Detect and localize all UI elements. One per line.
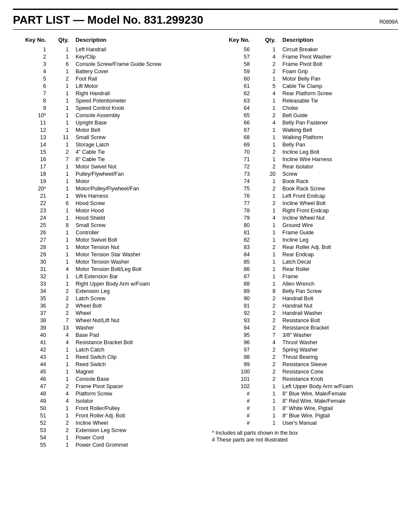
- table-row: # 1 8" White Wire, Pigtail: [212, 404, 398, 412]
- desc-cell: Thrust Washer: [281, 339, 398, 346]
- desc-cell: Right Upper Body Arm w/Foam: [74, 280, 199, 287]
- table-row: 26 1 Controller: [13, 229, 199, 236]
- qty-cell: 1: [50, 177, 74, 185]
- table-row: 39 13 Washer: [13, 324, 199, 331]
- qty-cell: 1: [50, 251, 74, 258]
- qty-cell: 1: [50, 368, 74, 375]
- desc-cell: Small Screw: [74, 134, 199, 141]
- key-cell: 4: [13, 68, 50, 75]
- footnote: # These parts are not illustrated: [212, 437, 398, 443]
- table-row: 25 8 Small Screw: [13, 221, 199, 229]
- key-cell: 81: [212, 229, 253, 236]
- key-cell: 68: [212, 134, 253, 141]
- qty-cell: 8: [50, 221, 74, 229]
- key-cell: 21: [13, 192, 50, 199]
- qty-cell: 1: [253, 258, 281, 265]
- key-cell: 43: [13, 353, 50, 361]
- qty-cell: 1: [50, 97, 74, 104]
- key-cell: 57: [212, 53, 253, 60]
- table-row: 48 4 Platform Screw: [13, 390, 199, 397]
- desc-cell: Wire Harness: [74, 192, 199, 199]
- key-cell: 59: [212, 68, 253, 75]
- desc-cell: User's Manual: [281, 419, 398, 426]
- qty-cell: 1: [50, 375, 74, 383]
- table-row: 13 11 Small Screw: [13, 134, 199, 141]
- table-row: 42 1 Latch Catch: [13, 346, 199, 353]
- qty-cell: 1: [50, 126, 74, 134]
- table-row: 22 6 Hood Screw: [13, 199, 199, 207]
- key-cell: 96: [212, 339, 253, 346]
- parts-list-wrapper: Key No. Qty. Description 1 1 Left Handra…: [13, 36, 398, 448]
- table-row: 44 1 Reed Switch: [13, 361, 199, 368]
- desc-cell: 8" Cable Tie: [74, 156, 199, 163]
- qty-cell: 1: [253, 207, 281, 214]
- qty-cell: 2: [253, 60, 281, 68]
- desc-cell: 8" White Wire, Pigtail: [281, 404, 398, 412]
- key-cell: #: [212, 397, 253, 404]
- table-row: 1 1 Left Handrail: [13, 46, 199, 53]
- key-cell: 41: [13, 339, 50, 346]
- key-cell: 23: [13, 207, 50, 214]
- qty-cell: 1: [50, 214, 74, 221]
- table-row: 82 1 Incline Leg: [212, 236, 398, 243]
- desc-cell: Walking Belt: [281, 126, 398, 134]
- qty-cell: 5: [253, 82, 281, 90]
- qty-cell: 1: [253, 134, 281, 141]
- key-cell: 70: [212, 148, 253, 156]
- key-cell: 86: [212, 265, 253, 273]
- desc-cell: Allen Wrench: [281, 280, 398, 287]
- key-cell: #: [212, 419, 253, 426]
- qty-cell: 1: [50, 119, 74, 126]
- table-row: 40 4 Base Pad: [13, 331, 199, 339]
- desc-cell: Lift Extension Bar: [74, 273, 199, 280]
- desc-cell: Front Roller Adj. Bolt: [74, 412, 199, 419]
- qty-cell: 1: [50, 441, 74, 448]
- desc-cell: Power Cord Grommet: [74, 441, 199, 448]
- key-cell: 30: [13, 258, 50, 265]
- qty-cell: 1: [253, 265, 281, 273]
- table-row: 50 1 Front Roller/Pulley: [13, 404, 199, 412]
- qty-cell: 2: [50, 419, 74, 426]
- table-row: 38 7 Wheel Nut/Lift Nut: [13, 317, 199, 324]
- desc-cell: Frame Pivot Spacer: [74, 383, 199, 390]
- qty-cell: 1: [253, 397, 281, 404]
- key-cell: 13: [13, 134, 50, 141]
- table-row: 66 4 Belly Pan Fastener: [212, 119, 398, 126]
- table-row: 74 1 Book Rack: [212, 177, 398, 185]
- desc-cell: Platform Screw: [74, 390, 199, 397]
- right-parts-table: Key No. Qty. Description 56 1 Circuit Br…: [212, 36, 398, 426]
- key-cell: 65: [212, 112, 253, 119]
- qty-cell: 4: [253, 214, 281, 221]
- qty-cell: 1: [50, 434, 74, 441]
- desc-cell: Book Rack: [281, 177, 398, 185]
- key-cell: 33: [13, 280, 50, 287]
- qty-cell: 1: [253, 404, 281, 412]
- qty-cell: 1: [50, 170, 74, 177]
- table-row: 67 1 Walking Belt: [212, 126, 398, 134]
- page-title: PART LIST — Model No. 831.299230: [13, 13, 203, 27]
- key-cell: 71: [212, 156, 253, 163]
- desc-cell: Latch Decal: [281, 258, 398, 265]
- key-cell: 56: [212, 46, 253, 53]
- table-row: 90 2 Handrail Bolt: [212, 295, 398, 302]
- key-cell: 87: [212, 273, 253, 280]
- desc-cell: Wheel Nut/Lift Nut: [74, 317, 199, 324]
- table-row: 10* 1 Console Assembly: [13, 112, 199, 119]
- key-cell: 69: [212, 141, 253, 148]
- qty-cell: 2: [253, 112, 281, 119]
- desc-cell: Incline Wheel Bolt: [281, 199, 398, 207]
- table-row: 6 1 Lift Motor: [13, 82, 199, 90]
- desc-cell: Rear Roller Adj. Bolt: [281, 243, 398, 251]
- key-cell: 32: [13, 273, 50, 280]
- key-cell: 99: [212, 361, 253, 368]
- qty-cell: 20: [253, 170, 281, 177]
- desc-cell: Frame Pivot Bolt: [281, 60, 398, 68]
- table-row: 77 2 Incline Wheel Bolt: [212, 199, 398, 207]
- qty-cell: 1: [50, 53, 74, 60]
- desc-cell: Cable Tie Clamp: [281, 82, 398, 90]
- left-key-header: Key No.: [13, 36, 50, 46]
- desc-cell: Speed Potentiometer: [74, 97, 199, 104]
- desc-cell: Console Assembly: [74, 112, 199, 119]
- desc-cell: Frame Pivot Washer: [281, 53, 398, 60]
- table-row: 72 2 Rear Isolator: [212, 163, 398, 170]
